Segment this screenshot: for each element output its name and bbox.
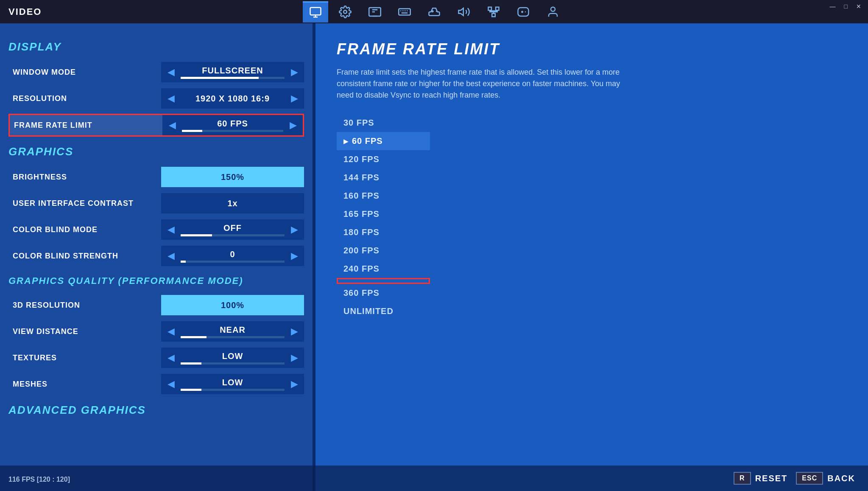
fps-item-200[interactable]: 200 FPS (337, 241, 430, 260)
setting-ui-contrast: USER INTERFACE CONTRAST 1x (8, 192, 304, 214)
fps-item-165[interactable]: 165 FPS (337, 205, 430, 223)
frame-rate-prev[interactable]: ◀ (162, 115, 182, 135)
frame-rate-next[interactable]: ▶ (283, 115, 303, 135)
title-bar: VIDEO — □ ✕ (0, 0, 868, 23)
svg-point-21 (525, 11, 526, 12)
setting-frame-rate-limit: FRAME RATE LIMIT ◀ 60 FPS ▶ (8, 114, 304, 137)
nav-network[interactable] (481, 1, 506, 22)
nav-keyboard[interactable] (392, 1, 417, 22)
svg-rect-16 (488, 7, 491, 10)
close-button[interactable]: ✕ (854, 2, 864, 11)
brightness-label: BRIGHTNESS (8, 173, 161, 182)
svg-point-22 (551, 7, 555, 11)
resolution-next[interactable]: ▶ (285, 88, 304, 109)
svg-point-1 (343, 10, 347, 14)
nav-account[interactable] (540, 1, 566, 22)
svg-point-14 (435, 11, 437, 12)
window-mode-label: WINDOW MODE (8, 68, 161, 77)
fps-display: 116 FPS [120 : 120] (8, 476, 70, 483)
color-blind-strength-control: ◀ 0 ▶ (161, 246, 304, 266)
setting-color-blind-mode: COLOR BLIND MODE ◀ OFF ▶ (8, 219, 304, 241)
textures-label: TEXTURES (8, 354, 161, 362)
section-advanced-graphics-header: ADVANCED GRAPHICS (8, 404, 304, 417)
textures-value: LOW (181, 348, 285, 368)
meshes-next[interactable]: ▶ (285, 374, 304, 394)
back-label: BACK (827, 474, 855, 483)
fps-item-unlimited[interactable]: UNLIMITED (337, 302, 430, 320)
color-blind-strength-label: COLOR BLIND STRENGTH (8, 252, 161, 261)
frame-rate-limit-label: FRAME RATE LIMIT (10, 121, 162, 130)
fps-item-160[interactable]: 160 FPS (337, 187, 430, 205)
textures-prev[interactable]: ◀ (161, 348, 181, 368)
nav-audio[interactable] (451, 1, 477, 22)
window-mode-value: FULLSCREEN (181, 62, 285, 82)
fps-group-box (337, 278, 430, 284)
meshes-value: LOW (181, 374, 285, 394)
reset-label: RESET (755, 474, 788, 483)
fps-item-60[interactable]: 60 FPS (337, 132, 430, 150)
maximize-button[interactable]: □ (842, 2, 850, 11)
view-distance-prev[interactable]: ◀ (161, 321, 181, 342)
fps-item-30[interactable]: 30 FPS (337, 114, 430, 132)
resolution-prev[interactable]: ◀ (161, 88, 181, 109)
resolution-label: RESOLUTION (8, 94, 161, 103)
frame-rate-value: 60 FPS (182, 115, 283, 135)
main-container: DISPLAY WINDOW MODE ◀ FULLSCREEN ▶ RESOL… (0, 23, 868, 491)
reset-button[interactable]: R RESET (734, 472, 787, 485)
setting-meshes: MESHES ◀ LOW ▶ (8, 373, 304, 395)
brightness-value: 150% (161, 167, 304, 187)
minimize-button[interactable]: — (827, 2, 838, 11)
window-mode-next[interactable]: ▶ (285, 62, 304, 82)
color-blind-strength-value: 0 (181, 246, 285, 266)
svg-rect-6 (399, 8, 410, 15)
nav-settings[interactable] (332, 1, 358, 22)
svg-rect-18 (492, 13, 495, 17)
svg-rect-0 (310, 8, 321, 15)
fps-item-180[interactable]: 180 FPS (337, 223, 430, 241)
ui-contrast-control: 1x (161, 193, 304, 213)
ui-contrast-value: 1x (161, 193, 304, 213)
setting-color-blind-strength: COLOR BLIND STRENGTH ◀ 0 ▶ (8, 245, 304, 267)
3d-resolution-value: 100% (161, 295, 304, 315)
fps-item-120[interactable]: 120 FPS (337, 150, 430, 168)
color-blind-strength-prev[interactable]: ◀ (161, 246, 181, 266)
view-distance-value: NEAR (181, 321, 285, 342)
3d-resolution-label: 3D RESOLUTION (8, 301, 161, 310)
left-panel: DISPLAY WINDOW MODE ◀ FULLSCREEN ▶ RESOL… (0, 23, 314, 491)
fps-list: 30 FPS 60 FPS 120 FPS 144 FPS 160 FPS 16… (337, 114, 430, 320)
color-blind-mode-next[interactable]: ▶ (285, 219, 304, 240)
fps-item-360[interactable]: 360 FPS (337, 284, 430, 302)
detail-desc: Frame rate limit sets the highest frame … (337, 67, 634, 101)
textures-control: ◀ LOW ▶ (161, 348, 304, 368)
meshes-control: ◀ LOW ▶ (161, 374, 304, 394)
fps-item-240[interactable]: 240 FPS (337, 260, 430, 278)
section-graphics-quality-header: GRAPHICS QUALITY (PERFORMANCE MODE) (8, 275, 304, 286)
view-distance-control: ◀ NEAR ▶ (161, 321, 304, 342)
meshes-prev[interactable]: ◀ (161, 374, 181, 394)
meshes-label: MESHES (8, 380, 161, 389)
fps-item-144[interactable]: 144 FPS (337, 168, 430, 187)
nav-monitor[interactable] (303, 1, 328, 22)
color-blind-mode-prev[interactable]: ◀ (161, 219, 181, 240)
right-panel: FRAME RATE LIMIT Frame rate limit sets t… (315, 23, 868, 491)
color-blind-mode-label: COLOR BLIND MODE (8, 225, 161, 234)
frame-rate-limit-control: ◀ 60 FPS ▶ (162, 115, 303, 135)
svg-rect-17 (496, 7, 499, 10)
detail-title: FRAME RATE LIMIT (337, 40, 847, 58)
back-button[interactable]: ESC BACK (796, 472, 855, 485)
resolution-value: 1920 X 1080 16:9 (181, 88, 285, 109)
nav-display[interactable] (362, 1, 388, 22)
setting-resolution: RESOLUTION ◀ 1920 X 1080 16:9 ▶ (8, 87, 304, 109)
view-distance-label: VIEW DISTANCE (8, 327, 161, 336)
brightness-control: 150% (161, 167, 304, 187)
setting-brightness: BRIGHTNESS 150% (8, 166, 304, 188)
nav-gamepad[interactable] (511, 1, 536, 22)
window-mode-control: ◀ FULLSCREEN ▶ (161, 62, 304, 82)
textures-next[interactable]: ▶ (285, 348, 304, 368)
nav-controller[interactable] (421, 1, 447, 22)
window-mode-prev[interactable]: ◀ (161, 62, 181, 82)
color-blind-strength-next[interactable]: ▶ (285, 246, 304, 266)
view-distance-next[interactable]: ▶ (285, 321, 304, 342)
ui-contrast-label: USER INTERFACE CONTRAST (8, 199, 161, 208)
back-key-badge: ESC (796, 472, 823, 485)
